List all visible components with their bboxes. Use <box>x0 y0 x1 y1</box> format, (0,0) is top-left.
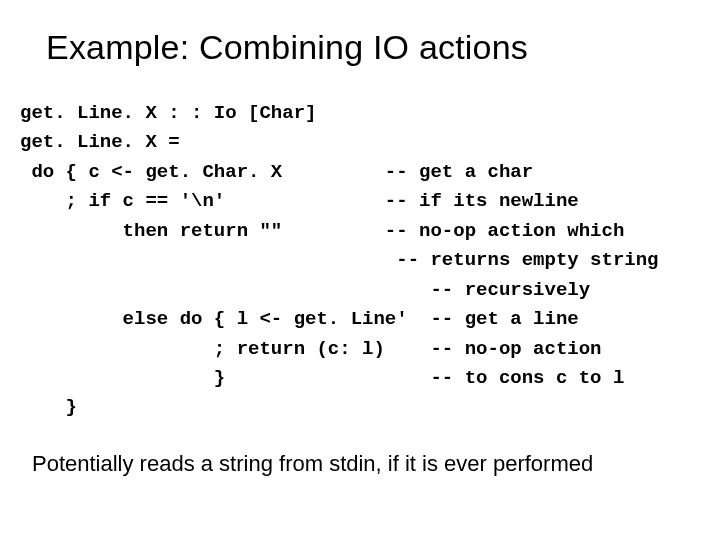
code-block: get. Line. X : : Io [Char] get. Line. X … <box>20 99 680 423</box>
slide: Example: Combining IO actions get. Line.… <box>0 0 720 540</box>
slide-title: Example: Combining IO actions <box>46 28 680 67</box>
slide-footer: Potentially reads a string from stdin, i… <box>32 451 680 477</box>
